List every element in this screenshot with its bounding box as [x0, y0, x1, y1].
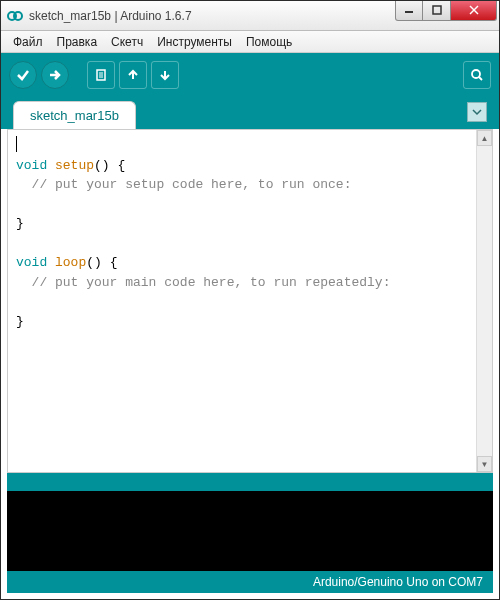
toolbar [1, 53, 499, 97]
menu-file[interactable]: Файл [7, 33, 49, 51]
console-output[interactable] [7, 491, 493, 571]
arrow-down-icon [158, 68, 172, 82]
arrow-right-icon [48, 68, 62, 82]
tab-active[interactable]: sketch_mar15b [13, 101, 136, 129]
code-function: setup [47, 158, 94, 173]
maximize-button[interactable] [423, 1, 451, 21]
tab-menu-button[interactable] [467, 102, 487, 122]
chevron-down-icon [472, 107, 482, 117]
titlebar[interactable]: sketch_mar15b | Arduino 1.6.7 [1, 1, 499, 31]
maximize-icon [432, 5, 442, 15]
minimize-button[interactable] [395, 1, 423, 21]
code-keyword: void [16, 158, 47, 173]
scroll-up-button[interactable]: ▲ [477, 130, 492, 146]
minimize-icon [404, 5, 414, 15]
svg-line-11 [479, 77, 482, 80]
code-editor[interactable]: void setup() { // put your setup code he… [8, 130, 476, 472]
save-button[interactable] [151, 61, 179, 89]
svg-rect-2 [405, 11, 413, 13]
code-text: } [16, 314, 24, 329]
arduino-icon [7, 8, 23, 24]
text-cursor [16, 136, 17, 152]
tabbar: sketch_mar15b [1, 97, 499, 129]
editor-pane: void setup() { // put your setup code he… [7, 129, 493, 473]
code-text: } [16, 216, 24, 231]
close-button[interactable] [451, 1, 497, 21]
check-icon [16, 68, 30, 82]
scroll-down-button[interactable]: ▼ [477, 456, 492, 472]
code-comment: // put your setup code here, to run once… [16, 177, 351, 192]
new-button[interactable] [87, 61, 115, 89]
window-controls [395, 1, 497, 21]
arrow-up-icon [126, 68, 140, 82]
svg-point-10 [472, 70, 480, 78]
svg-rect-3 [433, 6, 441, 14]
verify-button[interactable] [9, 61, 37, 89]
open-button[interactable] [119, 61, 147, 89]
code-comment: // put your main code here, to run repea… [16, 275, 390, 290]
code-keyword: void [16, 255, 47, 270]
file-icon [94, 68, 108, 82]
serial-monitor-button[interactable] [463, 61, 491, 89]
code-function: loop [47, 255, 86, 270]
vertical-scrollbar[interactable]: ▲ ▼ [476, 130, 492, 472]
serial-icon [470, 68, 484, 82]
footer-bar: Arduino/Genuino Uno on COM7 [7, 571, 493, 593]
menu-help[interactable]: Помощь [240, 33, 298, 51]
upload-button[interactable] [41, 61, 69, 89]
close-icon [469, 5, 479, 15]
menu-edit[interactable]: Правка [51, 33, 104, 51]
board-info: Arduino/Genuino Uno on COM7 [313, 575, 483, 589]
menu-tools[interactable]: Инструменты [151, 33, 238, 51]
code-text: () { [86, 255, 117, 270]
menu-sketch[interactable]: Скетч [105, 33, 149, 51]
status-bar [7, 473, 493, 491]
code-text: () { [94, 158, 125, 173]
app-window: sketch_mar15b | Arduino 1.6.7 Файл Правк… [0, 0, 500, 600]
window-title: sketch_mar15b | Arduino 1.6.7 [29, 9, 395, 23]
menubar: Файл Правка Скетч Инструменты Помощь [1, 31, 499, 53]
